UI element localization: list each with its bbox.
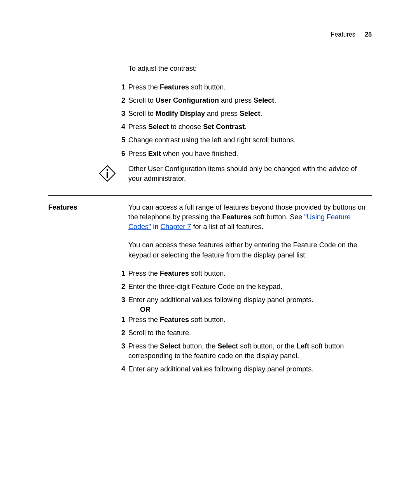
info-icon [99, 165, 116, 185]
link-chapter-7[interactable]: Chapter 7 [160, 223, 191, 231]
features-paragraph-1: You can access a full range of features … [128, 203, 372, 232]
header-page-number: 25 [365, 31, 372, 38]
list-item: Press Select to choose Set Contrast. [117, 122, 372, 132]
list-item: Enter any additional values following di… [117, 364, 372, 374]
list-item: Press Exit when you have finished. [117, 149, 372, 159]
svg-point-1 [107, 169, 108, 171]
info-text: Other User Configuration items should on… [128, 164, 372, 184]
section-divider [48, 195, 372, 196]
list-item: Press the Features soft button. [117, 315, 372, 325]
info-note: Other User Configuration items should on… [99, 164, 372, 185]
feature-steps-b: Press the Features soft button. Scroll t… [117, 315, 372, 374]
header-section: Features [331, 31, 355, 38]
list-item: Press the Select button, the Select soft… [117, 341, 372, 361]
list-item: Press the Features soft button. [117, 82, 372, 92]
list-item: Press the Features soft button. [117, 269, 372, 278]
section-heading: Features [48, 203, 128, 212]
list-item: Enter the three-digit Feature Code on th… [117, 282, 372, 292]
contrast-steps: Press the Features soft button. Scroll t… [117, 82, 372, 159]
feature-steps-a: Press the Features soft button. Enter th… [117, 269, 372, 315]
or-separator: OR [140, 305, 372, 315]
list-item: Scroll to the feature. [117, 328, 372, 338]
page-header: Features 25 [48, 30, 372, 39]
features-paragraph-2: You can access these features either by … [128, 240, 372, 260]
list-item: Scroll to Modify Display and press Selec… [117, 109, 372, 119]
svg-rect-2 [107, 172, 108, 178]
contrast-intro: To adjust the contrast: [128, 64, 372, 74]
list-item: Change contrast using the left and right… [117, 135, 372, 145]
list-item: Enter any additional values following di… [117, 295, 372, 315]
list-item: Scroll to User Configuration and press S… [117, 96, 372, 105]
